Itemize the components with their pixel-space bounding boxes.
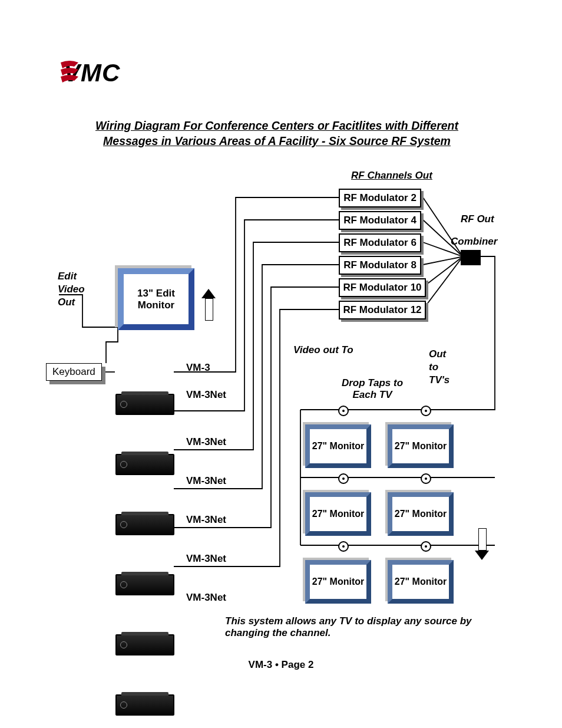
vm-device: [115, 694, 174, 716]
video-out-to-label: Video out To: [293, 344, 353, 356]
monitor-27-label: 27" Monitor: [312, 509, 364, 519]
drop-tap-icon: [421, 406, 431, 416]
keyboard-label: Keyboard: [52, 366, 95, 377]
monitor-27-label: 27" Monitor: [312, 577, 364, 587]
vm-device: [115, 574, 174, 595]
monitor-27-label: 27" Monitor: [395, 441, 447, 452]
drop-tap-icon: [338, 473, 349, 484]
monitor-27-label: 27" Monitor: [395, 577, 447, 587]
arrow-down-icon: [475, 528, 489, 560]
vm-device-label: VM-3: [186, 362, 210, 374]
diagram-page: VMC Wiring Diagram For Conference Center…: [0, 0, 562, 728]
logo: VMC: [64, 59, 120, 87]
vm-device-label: VM-3Net: [186, 553, 226, 565]
monitor-27: 27" Monitor: [388, 560, 454, 604]
out-to-tvs-label: Out to TV's: [429, 348, 449, 387]
svg-line-4: [423, 258, 461, 287]
vm-device-label: VM-3Net: [186, 389, 226, 401]
monitor-27: 27" Monitor: [305, 560, 371, 604]
vm-device-label: VM-3Net: [186, 514, 226, 526]
vm-device-label: VM-3Net: [186, 475, 226, 487]
system-description: This system allows any TV to display any…: [225, 615, 502, 639]
combiner-label: Combiner: [451, 236, 497, 248]
monitor-27: 27" Monitor: [305, 424, 371, 468]
rf-out-label: RF Out: [461, 213, 494, 225]
monitor-27: 27" Monitor: [388, 492, 454, 536]
rf-modulator-box: RF Modulator 12: [339, 301, 426, 319]
vm-device: [115, 454, 174, 475]
monitor-27: 27" Monitor: [388, 424, 454, 468]
drop-taps-label: Drop Taps to Each TV: [331, 377, 414, 401]
monitor-27-label: 27" Monitor: [395, 509, 447, 519]
rf-modulator-box: RF Modulator 10: [339, 278, 426, 297]
rf-modulator-box: RF Modulator 4: [339, 211, 421, 230]
rf-channels-out-label: RF Channels Out: [351, 170, 432, 182]
vm-device: [115, 634, 174, 655]
drop-tap-icon: [338, 541, 349, 552]
page-title: Wiring Diagram For Conference Centers or…: [71, 118, 483, 149]
edit-monitor-label: 13" Edit Monitor: [124, 288, 189, 311]
rf-modulator-box: RF Modulator 2: [339, 189, 421, 207]
svg-line-3: [423, 257, 461, 265]
arrow-up-icon: [201, 289, 216, 321]
edit-video-out-label: Edit Video Out: [58, 270, 85, 309]
monitor-27: 27" Monitor: [305, 492, 371, 536]
drop-tap-icon: [421, 541, 431, 552]
edit-monitor: 13" Edit Monitor: [118, 268, 194, 330]
vm-device: [115, 394, 174, 415]
monitor-27-label: 27" Monitor: [312, 441, 364, 452]
svg-line-5: [423, 259, 461, 309]
rf-modulator-box: RF Modulator 6: [339, 233, 421, 252]
drop-tap-icon: [421, 473, 431, 484]
rf-modulator-box: RF Modulator 8: [339, 256, 421, 275]
vm-device-label: VM-3Net: [186, 592, 226, 604]
drop-tap-icon: [338, 406, 349, 416]
page-footer: VM-3 • Page 2: [0, 659, 562, 671]
keyboard-box: Keyboard: [46, 363, 102, 381]
combiner-block: [461, 250, 481, 265]
vm-device: [115, 514, 174, 535]
vm-device-label: VM-3Net: [186, 436, 226, 448]
